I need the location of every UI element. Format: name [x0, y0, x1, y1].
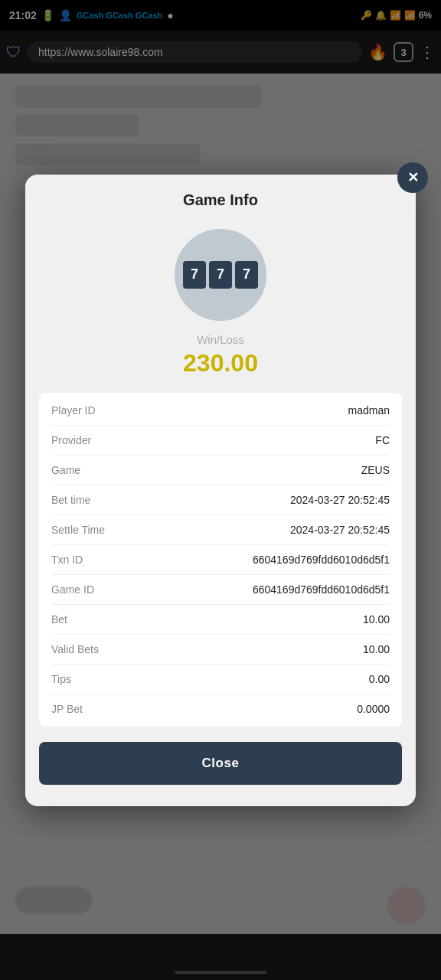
modal-overlay: ✕ Game Info 7 7 7 Win/Loss 230.00 Player… — [0, 0, 441, 980]
info-label: Settle Time — [51, 524, 105, 536]
info-row: Txn ID6604169d769fdd6010d6d5f1 — [51, 545, 390, 575]
info-row: GameZEUS — [51, 456, 390, 485]
info-value: ZEUS — [361, 464, 390, 476]
info-label: Txn ID — [51, 554, 83, 566]
info-value: 0.0000 — [357, 703, 390, 715]
info-label: Bet — [51, 613, 67, 626]
info-row: ProviderFC — [51, 426, 390, 456]
slot-digit-3: 7 — [235, 261, 258, 289]
info-label: Game ID — [51, 583, 94, 596]
info-row: Valid Bets10.00 — [51, 635, 390, 665]
slot-digit-1: 7 — [183, 261, 206, 289]
info-row: Game ID6604169d769fdd6010d6d5f1 — [51, 575, 390, 605]
win-loss-label: Win/Loss — [197, 333, 244, 346]
info-row: Tips0.00 — [51, 665, 390, 694]
info-value: 0.00 — [369, 673, 390, 685]
win-loss-value: 230.00 — [183, 349, 258, 377]
info-value: 2024-03-27 20:52:45 — [290, 494, 390, 506]
dialog-title: Game Info — [25, 175, 416, 221]
info-label: Provider — [51, 434, 91, 446]
info-value: 6604169d769fdd6010d6d5f1 — [253, 583, 390, 596]
info-value: FC — [375, 434, 390, 446]
close-x-icon: ✕ — [407, 169, 419, 186]
info-row: Player IDmadman — [51, 396, 390, 426]
info-row: Settle Time2024-03-27 20:52:45 — [51, 515, 390, 545]
close-x-button[interactable]: ✕ — [397, 162, 428, 193]
info-label: Valid Bets — [51, 643, 99, 655]
close-button[interactable]: Close — [39, 742, 402, 785]
info-table: Player IDmadmanProviderFCGameZEUSBet tim… — [39, 393, 402, 727]
info-label: JP Bet — [51, 703, 83, 715]
info-value: madman — [348, 404, 390, 416]
info-row: JP Bet0.0000 — [51, 694, 390, 724]
info-label: Player ID — [51, 404, 96, 416]
info-value: 10.00 — [363, 613, 390, 626]
info-label: Game — [51, 464, 80, 476]
slot-display: 7 7 7 — [183, 261, 258, 289]
slot-circle: 7 7 7 — [175, 229, 266, 321]
info-value: 10.00 — [363, 643, 390, 655]
slot-digit-2: 7 — [209, 261, 232, 289]
info-value: 2024-03-27 20:52:45 — [290, 524, 390, 536]
game-info-dialog: ✕ Game Info 7 7 7 Win/Loss 230.00 Player… — [25, 175, 416, 806]
info-value: 6604169d769fdd6010d6d5f1 — [253, 554, 390, 566]
game-icon-area: 7 7 7 Win/Loss 230.00 — [25, 221, 416, 393]
info-label: Bet time — [51, 494, 90, 506]
info-label: Tips — [51, 673, 71, 685]
info-row: Bet10.00 — [51, 605, 390, 635]
info-row: Bet time2024-03-27 20:52:45 — [51, 485, 390, 515]
